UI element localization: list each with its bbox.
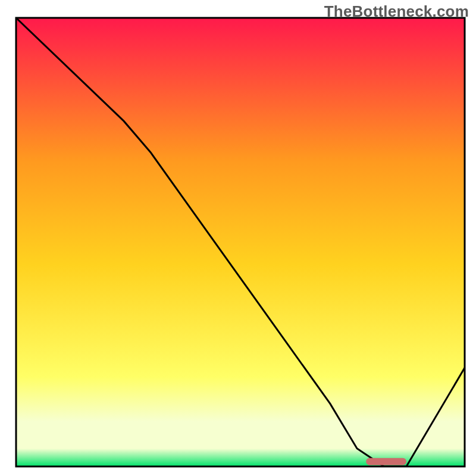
- optimal-range-marker: [366, 458, 406, 465]
- watermark-label: TheBottleneck.com: [324, 2, 469, 21]
- bottleneck-chart: [0, 0, 476, 476]
- gradient-background: [16, 18, 465, 466]
